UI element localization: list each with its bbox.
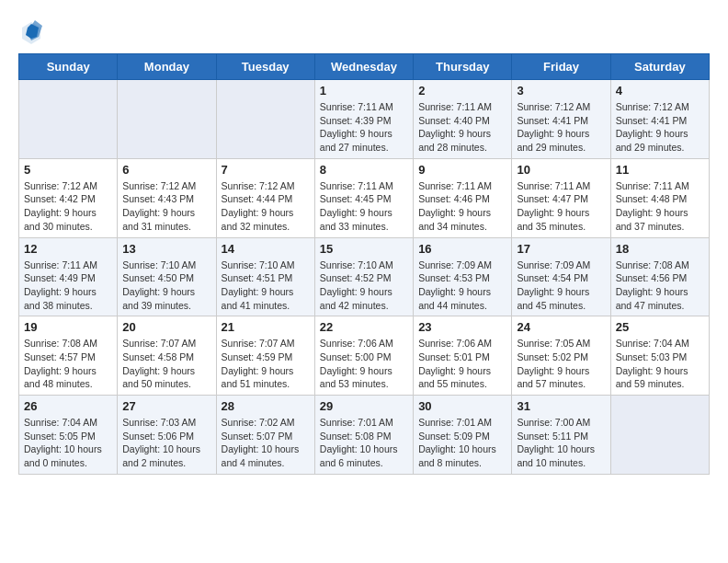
- day-info: Sunrise: 7:06 AM Sunset: 5:00 PM Dayligh…: [320, 337, 408, 391]
- calendar-day-cell: [610, 396, 709, 475]
- day-info: Sunrise: 7:11 AM Sunset: 4:45 PM Dayligh…: [320, 179, 408, 234]
- calendar-day-cell: 3Sunrise: 7:12 AM Sunset: 4:41 PM Daylig…: [512, 80, 610, 159]
- day-info: Sunrise: 7:02 AM Sunset: 5:07 PM Dayligh…: [222, 416, 310, 470]
- calendar-day-cell: 11Sunrise: 7:11 AM Sunset: 4:48 PM Dayli…: [610, 158, 709, 237]
- day-number: 24: [517, 320, 605, 334]
- day-number: 25: [616, 320, 704, 334]
- day-number: 9: [418, 163, 506, 177]
- day-number: 26: [24, 399, 112, 413]
- calendar-day-cell: 4Sunrise: 7:12 AM Sunset: 4:41 PM Daylig…: [610, 80, 709, 159]
- day-number: 21: [222, 320, 310, 334]
- day-number: 3: [517, 84, 605, 98]
- day-info: Sunrise: 7:00 AM Sunset: 5:11 PM Dayligh…: [517, 416, 605, 470]
- calendar-week-row: 12Sunrise: 7:11 AM Sunset: 4:49 PM Dayli…: [19, 237, 710, 316]
- calendar-week-row: 1Sunrise: 7:11 AM Sunset: 4:39 PM Daylig…: [19, 80, 710, 159]
- calendar-day-cell: 8Sunrise: 7:11 AM Sunset: 4:45 PM Daylig…: [314, 158, 413, 237]
- weekday-header-cell: Wednesday: [314, 54, 413, 80]
- calendar-day-cell: 26Sunrise: 7:04 AM Sunset: 5:05 PM Dayli…: [19, 396, 118, 475]
- day-info: Sunrise: 7:11 AM Sunset: 4:48 PM Dayligh…: [616, 179, 704, 234]
- calendar-day-cell: 13Sunrise: 7:10 AM Sunset: 4:50 PM Dayli…: [118, 237, 216, 316]
- weekday-header-cell: Sunday: [19, 54, 118, 80]
- calendar-day-cell: 20Sunrise: 7:07 AM Sunset: 4:58 PM Dayli…: [118, 316, 216, 396]
- calendar-day-cell: 18Sunrise: 7:08 AM Sunset: 4:56 PM Dayli…: [610, 237, 709, 316]
- calendar-body: 1Sunrise: 7:11 AM Sunset: 4:39 PM Daylig…: [19, 80, 710, 475]
- weekday-header-cell: Thursday: [414, 54, 512, 80]
- day-info: Sunrise: 7:08 AM Sunset: 4:57 PM Dayligh…: [24, 337, 112, 391]
- day-info: Sunrise: 7:11 AM Sunset: 4:39 PM Dayligh…: [320, 100, 408, 155]
- day-number: 20: [122, 320, 210, 334]
- day-info: Sunrise: 7:12 AM Sunset: 4:41 PM Dayligh…: [517, 100, 605, 155]
- day-info: Sunrise: 7:10 AM Sunset: 4:50 PM Dayligh…: [122, 259, 210, 313]
- day-number: 12: [24, 242, 112, 256]
- day-info: Sunrise: 7:11 AM Sunset: 4:46 PM Dayligh…: [418, 179, 506, 234]
- calendar-day-cell: 23Sunrise: 7:06 AM Sunset: 5:01 PM Dayli…: [414, 316, 512, 396]
- day-info: Sunrise: 7:12 AM Sunset: 4:41 PM Dayligh…: [616, 100, 704, 155]
- header: [18, 18, 710, 44]
- day-info: Sunrise: 7:10 AM Sunset: 4:51 PM Dayligh…: [222, 259, 310, 313]
- day-number: 28: [222, 399, 310, 413]
- day-number: 1: [320, 84, 408, 98]
- day-info: Sunrise: 7:05 AM Sunset: 5:02 PM Dayligh…: [517, 337, 605, 391]
- day-number: 23: [418, 320, 506, 334]
- day-number: 19: [24, 320, 112, 334]
- calendar-day-cell: 15Sunrise: 7:10 AM Sunset: 4:52 PM Dayli…: [314, 237, 413, 316]
- calendar: SundayMondayTuesdayWednesdayThursdayFrid…: [18, 53, 710, 475]
- calendar-day-cell: 30Sunrise: 7:01 AM Sunset: 5:09 PM Dayli…: [414, 396, 512, 475]
- day-number: 4: [616, 84, 704, 98]
- calendar-day-cell: 29Sunrise: 7:01 AM Sunset: 5:08 PM Dayli…: [314, 396, 413, 475]
- day-info: Sunrise: 7:12 AM Sunset: 4:43 PM Dayligh…: [122, 179, 210, 234]
- weekday-header-cell: Tuesday: [216, 54, 314, 80]
- day-info: Sunrise: 7:12 AM Sunset: 4:42 PM Dayligh…: [24, 179, 112, 234]
- day-info: Sunrise: 7:11 AM Sunset: 4:49 PM Dayligh…: [24, 259, 112, 313]
- day-info: Sunrise: 7:08 AM Sunset: 4:56 PM Dayligh…: [616, 259, 704, 313]
- calendar-day-cell: [118, 80, 216, 159]
- day-number: 22: [320, 320, 408, 334]
- calendar-day-cell: [216, 80, 314, 159]
- day-info: Sunrise: 7:01 AM Sunset: 5:08 PM Dayligh…: [320, 416, 408, 470]
- calendar-day-cell: 19Sunrise: 7:08 AM Sunset: 4:57 PM Dayli…: [19, 316, 118, 396]
- day-info: Sunrise: 7:11 AM Sunset: 4:40 PM Dayligh…: [418, 100, 506, 155]
- calendar-day-cell: 21Sunrise: 7:07 AM Sunset: 4:59 PM Dayli…: [216, 316, 314, 396]
- calendar-day-cell: 28Sunrise: 7:02 AM Sunset: 5:07 PM Dayli…: [216, 396, 314, 475]
- day-info: Sunrise: 7:11 AM Sunset: 4:47 PM Dayligh…: [517, 179, 605, 234]
- calendar-day-cell: 27Sunrise: 7:03 AM Sunset: 5:06 PM Dayli…: [118, 396, 216, 475]
- day-info: Sunrise: 7:04 AM Sunset: 5:05 PM Dayligh…: [24, 416, 112, 470]
- day-number: 30: [418, 399, 506, 413]
- day-number: 27: [122, 399, 210, 413]
- calendar-day-cell: 31Sunrise: 7:00 AM Sunset: 5:11 PM Dayli…: [512, 396, 610, 475]
- day-number: 18: [616, 242, 704, 256]
- weekday-header-cell: Friday: [512, 54, 610, 80]
- calendar-day-cell: 5Sunrise: 7:12 AM Sunset: 4:42 PM Daylig…: [19, 158, 118, 237]
- day-number: 6: [122, 163, 210, 177]
- day-info: Sunrise: 7:01 AM Sunset: 5:09 PM Dayligh…: [418, 416, 506, 470]
- calendar-day-cell: 24Sunrise: 7:05 AM Sunset: 5:02 PM Dayli…: [512, 316, 610, 396]
- calendar-day-cell: 1Sunrise: 7:11 AM Sunset: 4:39 PM Daylig…: [314, 80, 413, 159]
- day-number: 11: [616, 163, 704, 177]
- day-info: Sunrise: 7:07 AM Sunset: 4:58 PM Dayligh…: [122, 337, 210, 391]
- calendar-day-cell: 7Sunrise: 7:12 AM Sunset: 4:44 PM Daylig…: [216, 158, 314, 237]
- calendar-week-row: 19Sunrise: 7:08 AM Sunset: 4:57 PM Dayli…: [19, 316, 710, 396]
- day-number: 8: [320, 163, 408, 177]
- day-info: Sunrise: 7:12 AM Sunset: 4:44 PM Dayligh…: [222, 179, 310, 234]
- weekday-header-cell: Saturday: [610, 54, 709, 80]
- calendar-day-cell: 25Sunrise: 7:04 AM Sunset: 5:03 PM Dayli…: [610, 316, 709, 396]
- day-number: 31: [517, 399, 605, 413]
- day-number: 2: [418, 84, 506, 98]
- day-info: Sunrise: 7:06 AM Sunset: 5:01 PM Dayligh…: [418, 337, 506, 391]
- calendar-day-cell: 22Sunrise: 7:06 AM Sunset: 5:00 PM Dayli…: [314, 316, 413, 396]
- day-info: Sunrise: 7:09 AM Sunset: 4:53 PM Dayligh…: [418, 259, 506, 313]
- calendar-day-cell: 9Sunrise: 7:11 AM Sunset: 4:46 PM Daylig…: [414, 158, 512, 237]
- day-number: 14: [222, 242, 310, 256]
- day-info: Sunrise: 7:09 AM Sunset: 4:54 PM Dayligh…: [517, 259, 605, 313]
- calendar-week-row: 26Sunrise: 7:04 AM Sunset: 5:05 PM Dayli…: [19, 396, 710, 475]
- calendar-day-cell: 6Sunrise: 7:12 AM Sunset: 4:43 PM Daylig…: [118, 158, 216, 237]
- day-number: 10: [517, 163, 605, 177]
- day-number: 15: [320, 242, 408, 256]
- calendar-day-cell: 2Sunrise: 7:11 AM Sunset: 4:40 PM Daylig…: [414, 80, 512, 159]
- generalblue-logo-icon: [18, 18, 44, 44]
- day-number: 17: [517, 242, 605, 256]
- weekday-header-cell: Monday: [118, 54, 216, 80]
- calendar-day-cell: [19, 80, 118, 159]
- day-number: 13: [122, 242, 210, 256]
- day-info: Sunrise: 7:07 AM Sunset: 4:59 PM Dayligh…: [222, 337, 310, 391]
